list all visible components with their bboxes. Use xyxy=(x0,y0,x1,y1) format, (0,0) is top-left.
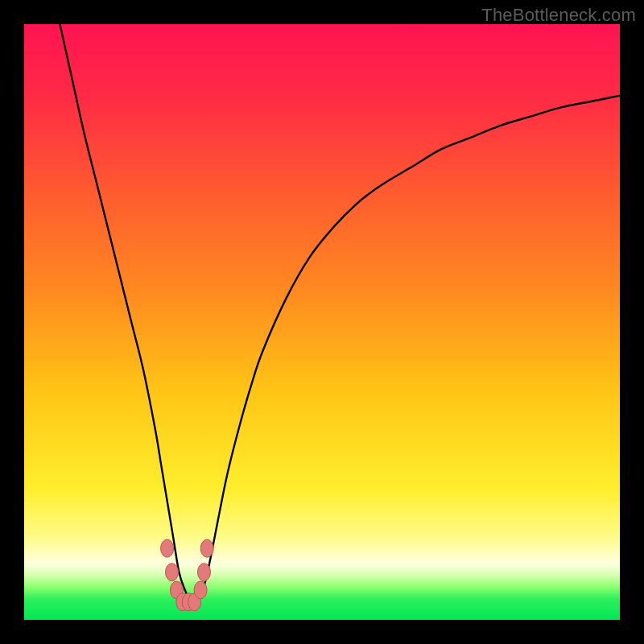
watermark-text: TheBottleneck.com xyxy=(481,5,636,26)
optimal-marker xyxy=(166,564,179,581)
gradient-background xyxy=(24,24,620,620)
bottleneck-chart xyxy=(24,24,620,620)
optimal-marker xyxy=(200,539,213,557)
optimal-marker xyxy=(161,539,174,557)
optimal-marker xyxy=(194,581,207,599)
optimal-marker xyxy=(197,564,210,581)
plot-area xyxy=(24,24,620,620)
chart-frame: TheBottleneck.com xyxy=(0,0,644,644)
